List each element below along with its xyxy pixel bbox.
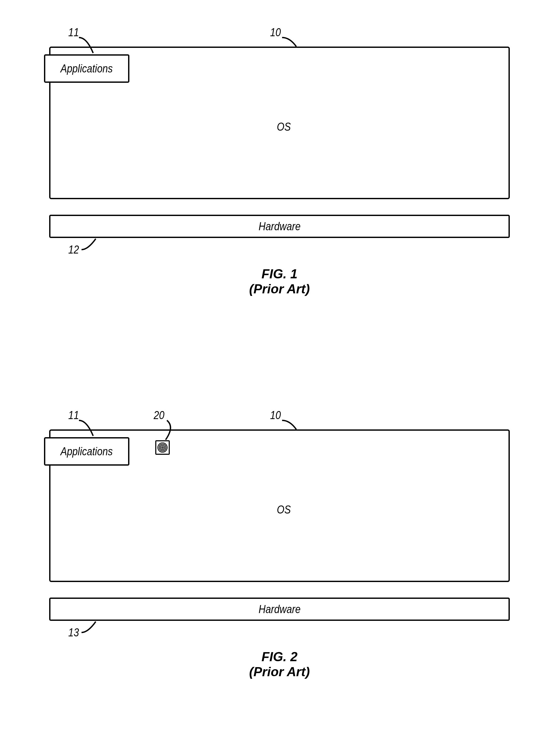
figure-1-caption: FIG. 1 (Prior Art) <box>49 266 510 296</box>
figure-2-caption: FIG. 2 (Prior Art) <box>49 649 510 679</box>
ref-13: 13 <box>68 626 79 639</box>
hardware-box: Hardware <box>49 215 510 238</box>
figure-1: OS Applications Hardware 11 10 12 FIG. 1… <box>49 23 510 308</box>
leader-20 <box>160 419 176 442</box>
spiral-icon <box>157 442 168 453</box>
caption-line-1: FIG. 2 <box>49 649 510 664</box>
ref-10: 10 <box>270 26 281 39</box>
caption-line-1: FIG. 1 <box>49 266 510 282</box>
figure-2: OS Applications Hardware 11 20 10 13 FIG… <box>49 406 510 691</box>
caption-line-2: (Prior Art) <box>49 282 510 296</box>
hardware-box: Hardware <box>49 597 510 621</box>
leader-11 <box>77 36 101 57</box>
ref-12: 12 <box>68 243 79 256</box>
applications-box: Applications <box>44 54 129 83</box>
leader-10 <box>281 419 304 432</box>
os-label: OS <box>277 503 291 516</box>
os-label: OS <box>277 120 291 133</box>
applications-label: Applications <box>61 62 113 75</box>
leader-13 <box>80 621 103 634</box>
applications-box: Applications <box>44 437 129 465</box>
leader-10 <box>281 36 304 49</box>
caption-line-2: (Prior Art) <box>49 664 510 679</box>
hardware-label: Hardware <box>258 603 301 616</box>
ref-10: 10 <box>270 409 281 422</box>
leader-11 <box>77 419 101 440</box>
hardware-label: Hardware <box>258 220 301 233</box>
agent-box <box>155 440 170 455</box>
leader-12 <box>80 238 103 251</box>
applications-label: Applications <box>61 445 113 458</box>
